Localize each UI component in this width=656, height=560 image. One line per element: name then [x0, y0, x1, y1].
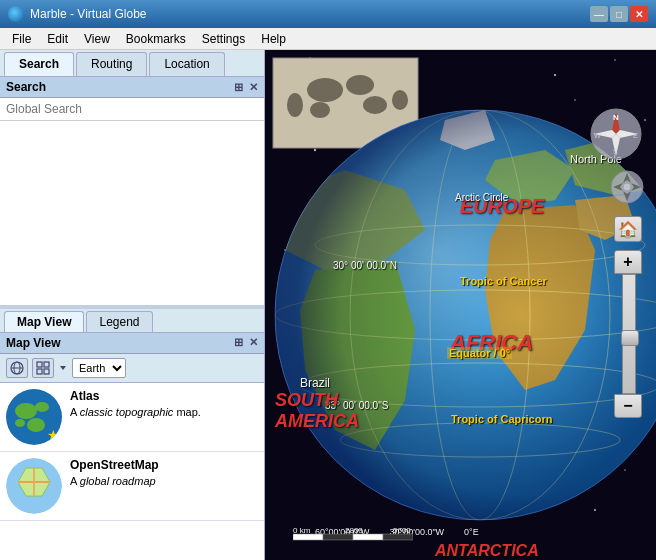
list-item[interactable]: OpenStreetMap A global roadmap [0, 452, 264, 521]
title-bar: Marble - Virtual Globe — □ ✕ [0, 0, 656, 28]
svg-point-11 [15, 419, 25, 427]
atlas-thumbnail: ★ [6, 389, 62, 445]
svg-point-22 [554, 74, 556, 76]
search-input[interactable] [0, 98, 264, 121]
svg-point-9 [35, 402, 49, 412]
menu-edit[interactable]: Edit [39, 30, 76, 48]
globe-btn[interactable] [6, 358, 28, 378]
svg-point-24 [314, 149, 316, 151]
scale-bar-visual: 0 km 2800 5600 [293, 528, 413, 544]
home-button[interactable]: 🏠 [614, 216, 642, 242]
svg-point-23 [614, 59, 616, 61]
atlas-desc: A classic topographic map. [70, 405, 258, 420]
svg-point-8 [15, 403, 37, 419]
svg-text:S: S [613, 148, 618, 155]
svg-point-72 [623, 183, 631, 191]
map-view-panel: Map View ⊞ ✕ [0, 333, 264, 561]
tab-location[interactable]: Location [149, 52, 224, 76]
svg-rect-4 [44, 362, 49, 367]
arctic-circle-text: Arctic Circle [455, 192, 508, 203]
map-view-toolbar: Map View ⊞ ✕ [0, 333, 264, 354]
atlas-info: Atlas A classic topographic map. [70, 389, 258, 420]
brazil-label: Brazil [300, 376, 330, 390]
main-layout: Search Routing Location Search ⊞ ✕ Map V… [0, 50, 656, 560]
map-view-controls-bar: Earth Moon Mars [0, 354, 264, 383]
osm-info: OpenStreetMap A global roadmap [70, 458, 258, 489]
zoom-slider-thumb[interactable] [621, 330, 639, 346]
osm-desc: A global roadmap [70, 474, 258, 489]
map-view-close-icon[interactable]: ✕ [249, 336, 258, 349]
scale-bar-svg: 0 km 2800 5600 [293, 528, 413, 544]
top-tab-row: Search Routing Location [0, 50, 264, 77]
map-area[interactable]: North Pole EUROPE Arctic Circle 30° 00' … [265, 50, 656, 560]
menu-help[interactable]: Help [253, 30, 294, 48]
antarctica-text: ANTARCTICA [435, 542, 539, 560]
menu-bar: File Edit View Bookmarks Settings Help [0, 28, 656, 50]
zoom-slider-track[interactable] [622, 274, 636, 394]
south-america-text: SOUTH AMERICA [275, 390, 359, 432]
svg-rect-6 [44, 369, 49, 374]
svg-point-38 [310, 102, 330, 118]
map-view-expand-icon[interactable]: ⊞ [234, 336, 243, 349]
svg-text:W: W [594, 132, 601, 139]
osm-title: OpenStreetMap [70, 458, 258, 472]
svg-point-28 [644, 119, 646, 121]
zoom-in-button[interactable]: + [614, 250, 642, 274]
nav-compass[interactable]: N S W E [590, 108, 642, 160]
lat-label-30n: 30° 00' 00.0"N [333, 258, 397, 272]
svg-rect-3 [37, 362, 42, 367]
svg-point-33 [624, 469, 626, 471]
list-item[interactable]: ★ Atlas A classic topographic map. [0, 383, 264, 452]
tab-legend[interactable]: Legend [86, 311, 152, 332]
map-view-icons: ⊞ ✕ [234, 336, 258, 349]
nav-arrows[interactable] [610, 170, 644, 204]
atlas-title: Atlas [70, 389, 258, 403]
equator-label: Equator / 0° [447, 346, 512, 360]
search-panel-title: Search [6, 80, 46, 94]
map-items-list: ★ Atlas A classic topographic map. [0, 383, 264, 561]
scale-bar: 0 km 2800 5600 [293, 528, 413, 544]
search-panel-icons: ⊞ ✕ [234, 81, 258, 94]
window-title: Marble - Virtual Globe [30, 7, 147, 21]
svg-point-36 [346, 75, 374, 95]
svg-point-39 [287, 93, 303, 117]
svg-point-37 [363, 96, 387, 114]
svg-text:5600: 5600 [393, 528, 411, 535]
osm-thumbnail [6, 458, 62, 514]
planet-select[interactable]: Earth Moon Mars [72, 358, 126, 378]
svg-point-40 [392, 90, 408, 110]
brazil-text: Brazil [300, 376, 330, 390]
search-panel-header: Search ⊞ ✕ [0, 77, 264, 98]
svg-point-27 [574, 99, 576, 101]
title-bar-controls[interactable]: — □ ✕ [590, 6, 648, 22]
svg-text:0 km: 0 km [293, 528, 311, 535]
search-close-icon[interactable]: ✕ [249, 81, 258, 94]
menu-settings[interactable]: Settings [194, 30, 253, 48]
svg-point-35 [307, 78, 343, 102]
minimize-button[interactable]: — [590, 6, 608, 22]
maximize-button[interactable]: □ [610, 6, 628, 22]
tab-search[interactable]: Search [4, 52, 74, 76]
tropic-cap-label: Tropic of Capricorn [451, 412, 552, 426]
close-button[interactable]: ✕ [630, 6, 648, 22]
bottom-tab-row: Map View Legend [0, 309, 264, 333]
search-expand-icon[interactable]: ⊞ [234, 81, 243, 94]
compass-svg: N S W E [590, 108, 642, 160]
menu-file[interactable]: File [4, 30, 39, 48]
arctic-circle-label: Arctic Circle [455, 190, 508, 204]
star-badge: ★ [47, 427, 60, 443]
menu-bookmarks[interactable]: Bookmarks [118, 30, 194, 48]
grid-btn[interactable] [32, 358, 54, 378]
dropdown-arrow-icon [58, 362, 68, 374]
svg-point-10 [27, 418, 45, 432]
zoom-out-button[interactable]: − [614, 394, 642, 418]
map-view-title: Map View [6, 336, 60, 350]
title-bar-left: Marble - Virtual Globe [8, 6, 147, 22]
tab-routing[interactable]: Routing [76, 52, 147, 76]
tab-map-view[interactable]: Map View [4, 311, 84, 332]
app-icon [8, 6, 24, 22]
menu-view[interactable]: View [76, 30, 118, 48]
svg-rect-5 [37, 369, 42, 374]
svg-text:2800: 2800 [345, 528, 363, 535]
search-results [0, 121, 264, 305]
